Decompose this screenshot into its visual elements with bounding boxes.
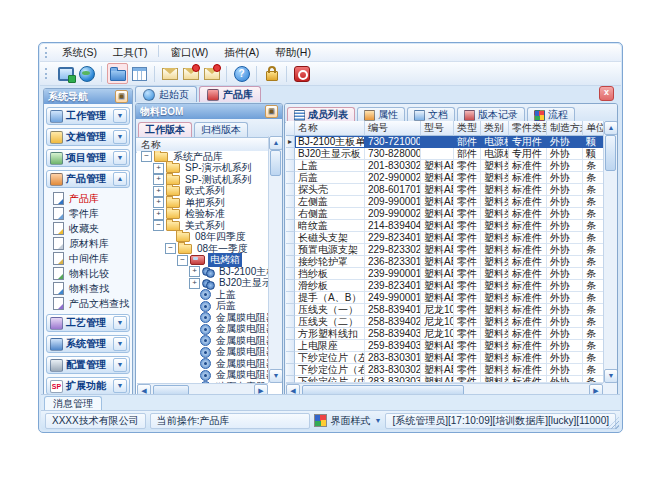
tree-scroll-down-icon[interactable]: ▼ <box>269 369 283 383</box>
sidebar-item-收藏夹[interactable]: 收藏夹 <box>44 221 132 236</box>
message-send-icon[interactable] <box>181 64 200 83</box>
message-icon[interactable] <box>160 64 179 83</box>
tree-vertical-scrollbar[interactable]: ▲ ▼ <box>268 136 282 383</box>
sidebar-item-产品文档查找[interactable]: 产品文档查找 <box>44 296 132 311</box>
sidebar-section-系统管理[interactable]: 系统管理▼ <box>46 335 130 353</box>
chevron-up-icon[interactable]: ▲ <box>113 172 127 186</box>
table-row[interactable]: 右侧盖209-990002-01X塑料ABS零件塑料类标准件外协条 <box>286 208 603 220</box>
content-tab-流程[interactable]: 流程 <box>527 107 575 122</box>
version-tab-归档版本[interactable]: 归档版本 <box>194 122 248 137</box>
expand-icon[interactable]: + <box>153 174 164 185</box>
column-header-型号[interactable]: 型号 <box>421 121 454 136</box>
column-header-类别[interactable]: 类别 <box>481 121 509 136</box>
table-row[interactable]: 上电限座259-839403-00X塑料ABS零件塑料类标准件外协条 <box>286 340 603 352</box>
table-scroll-up-icon[interactable]: ▲ <box>604 121 618 135</box>
sidebar-section-产品管理[interactable]: 产品管理▲ <box>46 170 130 188</box>
sidebar-section-项目管理[interactable]: 项目管理▼ <box>46 149 130 167</box>
doc-tab-起始页[interactable]: 起始页 <box>135 86 197 102</box>
chevron-down-icon[interactable]: ▼ <box>113 130 127 144</box>
sidebar-section-工艺管理[interactable]: 工艺管理▼ <box>46 314 130 332</box>
sidebar-item-原材料库[interactable]: 原材料库 <box>44 236 132 251</box>
content-tab-文档[interactable]: 文档 <box>407 107 455 122</box>
table-vertical-scrollbar[interactable]: ▲ ▼ <box>603 121 617 383</box>
expand-icon[interactable]: + <box>153 209 164 220</box>
tree-node[interactable]: −08年一季度 <box>137 243 268 255</box>
content-tab-属性[interactable]: 属性 <box>357 107 405 122</box>
chevron-down-icon[interactable]: ▼ <box>113 151 127 165</box>
table-row[interactable]: 滑纱板239-823401-00X塑料ABS零件塑料类标准件外协条 <box>286 280 603 292</box>
table-row[interactable]: 方形塑料线扣258-839403-00X尼龙1010零件塑料类标准件外协条 <box>286 328 603 340</box>
table-row[interactable]: 压线夹（一）258-839401-00X尼龙1010零件塑料类标准件外协条 <box>286 304 603 316</box>
expand-icon[interactable]: + <box>153 197 164 208</box>
open-library-icon[interactable] <box>107 63 128 84</box>
table-row[interactable]: 后盖202-990002-01X塑料ABS零件塑料类标准件外协条 <box>286 172 603 184</box>
lock-icon[interactable] <box>262 64 281 83</box>
collapse-icon[interactable]: − <box>165 243 176 254</box>
chevron-down-icon[interactable]: ▼ <box>113 358 127 372</box>
chevron-down-icon[interactable]: ▼ <box>113 316 127 330</box>
collapse-icon[interactable]: − <box>141 151 152 162</box>
menu-item[interactable]: 工具(T) <box>105 45 155 61</box>
table-row[interactable]: 挡纱板239-990001-01X塑料ABS零件塑料类标准件外协条 <box>286 268 603 280</box>
sidebar-item-物料查找[interactable]: 物料查找 <box>44 281 132 296</box>
column-header-名称[interactable]: 名称 <box>295 121 365 136</box>
table-row[interactable]: 预置电源支架229-823302-00X塑料ABS零件塑料类标准件外协条 <box>286 244 603 256</box>
table-row[interactable]: 暗纹盖214-839404-01X塑料ABS零件塑料类标准件外协条 <box>286 220 603 232</box>
collapse-icon[interactable]: − <box>153 220 164 231</box>
sidebar-section-文档管理[interactable]: 文档管理▼ <box>46 128 130 146</box>
content-tab-成员列表[interactable]: 成员列表 <box>287 107 355 122</box>
workspace-icon[interactable] <box>56 64 75 83</box>
column-header-编号[interactable]: 编号 <box>365 121 421 136</box>
sidebar-menu-icon[interactable]: ▣ <box>115 90 128 103</box>
table-row[interactable]: 提手（A、B）249-990001-01X塑料ABS零件塑料类标准件外协条 <box>286 292 603 304</box>
table-vscroll-thumb[interactable] <box>605 135 616 171</box>
table-row[interactable]: 长磁头支架229-823401-00X塑料ABS零件塑料类标准件外协条 <box>286 232 603 244</box>
tree-node[interactable]: +BJ20主显示板 <box>137 278 268 290</box>
table-row[interactable]: 左侧盖209-990001-01X塑料ABS零件塑料类标准件外协条 <box>286 196 603 208</box>
table-row[interactable]: 压线夹（二）258-839402-00X尼龙1010零件塑料类标准件外协条 <box>286 316 603 328</box>
column-header-零件类型[interactable]: 零件类型 <box>509 121 547 136</box>
column-header-类型[interactable]: 类型 <box>454 121 481 136</box>
table-row[interactable]: 接纱轮护罩236-823301-00X塑料ABS零件塑料类标准件外协条 <box>286 256 603 268</box>
expand-icon[interactable]: + <box>189 266 200 277</box>
column-header-单位[interactable]: 单位 <box>583 121 603 136</box>
sidebar-section-工作管理[interactable]: 工作管理▼ <box>46 107 130 125</box>
table-row[interactable]: ▸BJ-2100主板单点730-721000-12X部件电源板专用件外协颗 <box>286 136 603 148</box>
menu-item[interactable]: 帮助(H) <box>267 45 319 61</box>
menu-item[interactable]: 插件(A) <box>216 45 267 61</box>
sidebar-item-产品库[interactable]: 产品库 <box>44 191 132 206</box>
doc-tab-产品库[interactable]: 产品库 <box>199 86 261 102</box>
close-document-icon[interactable]: x <box>599 86 614 101</box>
collapse-icon[interactable]: − <box>177 255 188 266</box>
tree-scroll-up-icon[interactable]: ▲ <box>269 136 283 150</box>
table-row[interactable]: 探头壳208-601701-01X塑料ABS零件塑料类标准件外协条 <box>286 184 603 196</box>
table-row[interactable]: 下纱定位片（左）283-830301-00X塑料ABS零件塑料类标准件外协条 <box>286 352 603 364</box>
message-receive-icon[interactable] <box>202 64 221 83</box>
network-icon[interactable] <box>77 64 96 83</box>
table-row[interactable]: BJ20主显示板730-828000-04X部件电源板专用件外协颗 <box>286 148 603 160</box>
expand-icon[interactable]: + <box>153 186 164 197</box>
chevron-down-icon[interactable]: ▼ <box>113 337 127 351</box>
bom-panel-menu-icon[interactable]: ▣ <box>265 105 278 118</box>
sidebar-section-扩展功能[interactable]: SP扩展功能▼ <box>46 377 130 395</box>
table-row[interactable]: 下纱定位片（中）283-830303-00X塑料ABS零件塑料类标准件外协条 <box>286 376 603 383</box>
table-scroll-down-icon[interactable]: ▼ <box>604 369 618 383</box>
chevron-down-icon[interactable]: ▼ <box>113 109 127 123</box>
version-tab-工作版本[interactable]: 工作版本 <box>138 122 192 137</box>
help-icon[interactable]: ? <box>232 64 251 83</box>
menu-item[interactable]: 窗口(W) <box>162 45 216 61</box>
tree-vscroll-thumb[interactable] <box>270 150 281 176</box>
column-header-制造方式[interactable]: 制造方式 <box>547 121 583 136</box>
exit-icon[interactable] <box>292 64 311 83</box>
tree-node[interactable]: 上盖 <box>137 289 268 301</box>
sidebar-item-物料比较[interactable]: 物料比较 <box>44 266 132 281</box>
sidebar-section-配置管理[interactable]: 配置管理▼ <box>46 356 130 374</box>
content-tab-版本记录[interactable]: 版本记录 <box>457 107 525 122</box>
message-tab[interactable]: 消息管理 <box>44 396 102 411</box>
sidebar-item-中间件库[interactable]: 中间件库 <box>44 251 132 266</box>
sidebar-item-零件库[interactable]: 零件库 <box>44 206 132 221</box>
chevron-down-icon[interactable]: ▼ <box>113 379 127 393</box>
expand-icon[interactable]: + <box>189 278 200 289</box>
expand-icon[interactable]: + <box>153 163 164 174</box>
style-dropdown[interactable]: 界面样式 ▼ <box>314 414 382 428</box>
